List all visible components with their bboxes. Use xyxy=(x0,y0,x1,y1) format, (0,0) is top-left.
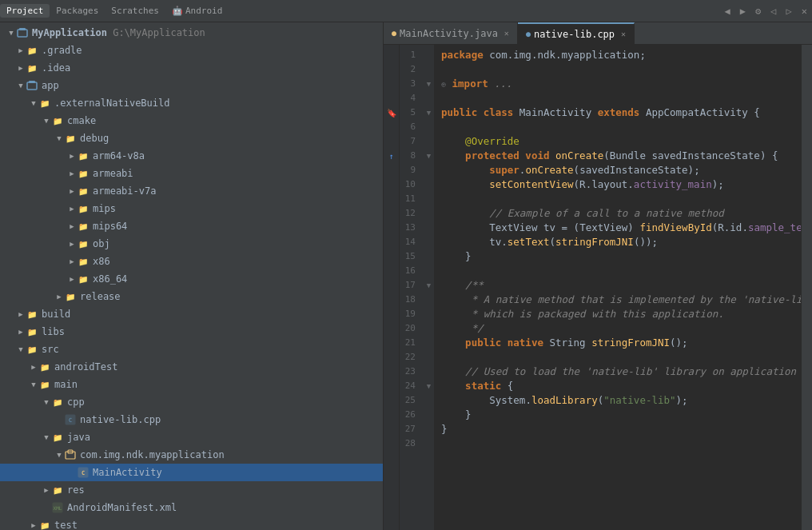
java-label: java xyxy=(67,432,90,443)
res-arrow[interactable]: ▶ xyxy=(42,486,51,494)
tab-project[interactable]: Project xyxy=(0,4,50,18)
settings-icon[interactable]: ⚙ xyxy=(750,6,766,17)
tree-item-src[interactable]: ▼ 📁 src xyxy=(0,341,383,358)
fold-line3[interactable]: ▼ xyxy=(424,77,434,91)
code-line-8: protected void onCreate(Bundle savedInst… xyxy=(441,149,801,163)
cmake-arrow[interactable]: ▼ xyxy=(42,117,51,125)
tree-item-java[interactable]: ▼ 📁 java xyxy=(0,428,383,446)
libs-arrow[interactable]: ▶ xyxy=(16,328,26,336)
tree-item-idea[interactable]: ▶ 📁 .idea xyxy=(0,59,383,77)
tree-item-nativelibcpp[interactable]: ▶ C native-lib.cpp xyxy=(0,411,383,428)
editor-tab-mainactivity[interactable]: ● MainActivity.java ✕ xyxy=(384,22,518,45)
fold-line14 xyxy=(424,235,434,249)
linenum-19: 19 xyxy=(400,307,420,321)
tree-item-x86[interactable]: ▶ 📁 x86 xyxy=(0,253,383,270)
project-tree[interactable]: ▼ MyApplication G:\MyApplication ▶ 📁 .gr… xyxy=(0,22,383,530)
arm64-label: arm64-v8a xyxy=(93,150,145,161)
src-arrow[interactable]: ▼ xyxy=(16,345,26,353)
tree-item-arm64v8a[interactable]: ▶ 📁 arm64-v8a xyxy=(0,147,383,165)
app-arrow[interactable]: ▼ xyxy=(16,82,26,90)
svg-rect-2 xyxy=(27,82,37,90)
fold-line11 xyxy=(424,192,434,206)
main-arrow[interactable]: ▼ xyxy=(29,381,38,389)
mips-folder-icon: 📁 xyxy=(77,202,90,215)
tab-scratches[interactable]: Scratches xyxy=(105,4,165,18)
linenum-11: 11 xyxy=(400,192,420,206)
marker-line8[interactable]: ↑ xyxy=(388,149,393,163)
cpp-arrow[interactable]: ▼ xyxy=(42,398,51,406)
tree-item-armeabiv7a[interactable]: ▶ 📁 armeabi-v7a xyxy=(0,182,383,200)
code-editor: 🔖 ↑ 1 2 3 4 5 6 7 xyxy=(384,45,812,530)
tree-item-res[interactable]: ▶ 📁 res xyxy=(0,481,383,499)
tree-item-gradle[interactable]: ▶ 📁 .gradle xyxy=(0,42,383,59)
svg-rect-6 xyxy=(66,452,75,459)
release-arrow[interactable]: ▶ xyxy=(54,293,64,301)
fold-line22 xyxy=(424,350,434,365)
fold-line8[interactable]: ▼ xyxy=(424,149,434,163)
code-line-28 xyxy=(441,436,801,451)
editor-tab-nativelib[interactable]: ● native-lib.cpp ✕ xyxy=(518,22,635,45)
tree-item-libs[interactable]: ▶ 📁 libs xyxy=(0,323,383,341)
java-arrow[interactable]: ▼ xyxy=(42,433,51,441)
tree-item-release[interactable]: ▶ 📁 release xyxy=(0,288,383,305)
mips-arrow[interactable]: ▶ xyxy=(67,205,77,213)
scroll-left-icon[interactable]: ◁ xyxy=(766,6,781,17)
tree-item-debug[interactable]: ▼ 📁 debug xyxy=(0,130,383,147)
code-content[interactable]: package com.img.ndk.myapplication; ⊕ imp… xyxy=(435,45,801,530)
tree-item-obj[interactable]: ▶ 📁 obj xyxy=(0,235,383,253)
app-container: Project Packages Scratches 🤖Android ◀ ▶ … xyxy=(0,0,812,530)
arm64-arrow[interactable]: ▶ xyxy=(67,152,77,160)
tree-root[interactable]: ▼ MyApplication G:\MyApplication xyxy=(0,24,383,42)
tree-item-x8664[interactable]: ▶ 📁 x86_64 xyxy=(0,270,383,288)
obj-arrow[interactable]: ▶ xyxy=(67,240,77,248)
tree-item-mips[interactable]: ▶ 📁 mips xyxy=(0,200,383,217)
tree-item-mips64[interactable]: ▶ 📁 mips64 xyxy=(0,217,383,235)
package-arrow[interactable]: ▼ xyxy=(54,451,64,459)
nativelib-tab-close[interactable]: ✕ xyxy=(621,30,626,38)
tree-item-main[interactable]: ▼ 📁 main xyxy=(0,376,383,393)
fold-line5[interactable]: ▼ xyxy=(424,106,434,120)
close-icon[interactable]: ✕ xyxy=(797,6,812,17)
tab-android[interactable]: 🤖Android xyxy=(165,4,229,18)
fold-line15 xyxy=(424,249,434,264)
tree-item-package[interactable]: ▼ com.img.ndk.myapplication xyxy=(0,446,383,464)
tree-item-cpp[interactable]: ▼ 📁 cpp xyxy=(0,393,383,411)
mainactivity-tab-close[interactable]: ✕ xyxy=(504,29,509,38)
fold-line17[interactable]: ▼ xyxy=(424,278,434,293)
arm64-folder-icon: 📁 xyxy=(77,149,90,162)
tree-item-app[interactable]: ▼ app xyxy=(0,77,383,94)
obj-folder-icon: 📁 xyxy=(77,237,90,250)
fold-line24[interactable]: ▼ xyxy=(424,379,434,393)
tree-item-androidtest[interactable]: ▶ 📁 androidTest xyxy=(0,358,383,376)
idea-arrow[interactable]: ▶ xyxy=(16,64,26,72)
gradle-arrow[interactable]: ▶ xyxy=(16,46,26,54)
tree-item-externalnativebuild[interactable]: ▼ 📁 .externalNativeBuild xyxy=(0,94,383,112)
tree-item-build[interactable]: ▶ 📁 build xyxy=(0,305,383,323)
mips64-arrow[interactable]: ▶ xyxy=(67,222,77,230)
x8664-arrow[interactable]: ▶ xyxy=(67,275,77,283)
test-arrow[interactable]: ▶ xyxy=(29,521,38,529)
marker-line5[interactable]: 🔖 xyxy=(387,106,396,120)
root-arrow[interactable]: ▼ xyxy=(6,29,16,37)
linenum-24: 24 xyxy=(400,379,420,393)
androidtest-arrow[interactable]: ▶ xyxy=(29,363,38,371)
import-fold-inline[interactable]: ⊕ xyxy=(441,80,446,89)
tab-packages[interactable]: Packages xyxy=(50,4,105,18)
scroll-right-icon[interactable]: ▷ xyxy=(782,6,797,17)
enb-arrow[interactable]: ▼ xyxy=(29,99,38,107)
tree-item-androidmanifest[interactable]: ▶ XML AndroidManifest.xml xyxy=(0,499,383,516)
tree-item-mainactivity[interactable]: ▶ C MainActivity xyxy=(0,464,383,481)
tab-overflow-right[interactable]: ▶ xyxy=(735,6,750,17)
armeabi-arrow[interactable]: ▶ xyxy=(67,169,77,177)
code-line-20: */ xyxy=(441,321,801,336)
tree-item-test[interactable]: ▶ 📁 test xyxy=(0,516,383,530)
build-arrow[interactable]: ▶ xyxy=(16,310,26,318)
x86-arrow[interactable]: ▶ xyxy=(67,257,77,265)
main-area: ▼ MyApplication G:\MyApplication ▶ 📁 .gr… xyxy=(0,22,812,530)
armeabiv7a-arrow[interactable]: ▶ xyxy=(67,187,77,195)
tree-item-cmake[interactable]: ▼ 📁 cmake xyxy=(0,112,383,130)
tab-overflow-left[interactable]: ◀ xyxy=(720,6,735,17)
java-file-icon: C xyxy=(77,466,90,479)
debug-arrow[interactable]: ▼ xyxy=(54,134,64,142)
tree-item-armeabi[interactable]: ▶ 📁 armeabi xyxy=(0,165,383,182)
